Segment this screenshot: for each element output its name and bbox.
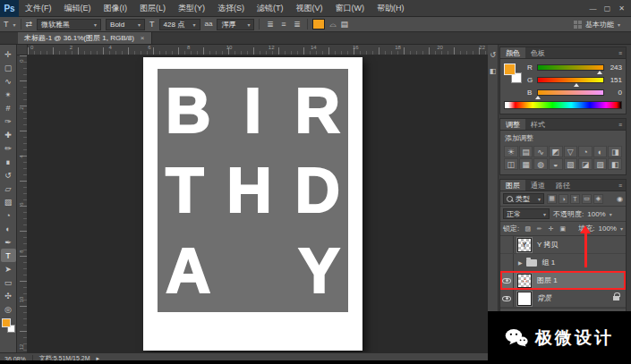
panel-tab[interactable]: 颜色 [500,47,525,58]
visibility-toggle[interactable] [500,236,514,253]
channel-mixer-icon[interactable]: ▦ [519,158,533,170]
menu-item[interactable]: 窗口(W) [329,0,371,16]
layer-row-layer-1[interactable]: ∴ 图层 1 [500,272,626,290]
photo-filter-icon[interactable]: ◫ [504,158,518,170]
align-right-icon[interactable]: ≣ [291,19,303,30]
color-balance-icon[interactable]: ◐ [593,146,608,157]
layer-row-y-copy[interactable]: Y Y 拷贝 [500,236,626,254]
hue-saturation-icon[interactable]: ◔ [578,146,593,157]
align-center-icon[interactable]: ≡ [277,19,289,30]
tool-preset-icon[interactable]: T [4,21,9,29]
quick-selection-tool[interactable]: ✴ [1,88,16,101]
move-tool[interactable]: ✛ [1,47,16,61]
panel-menu-icon[interactable]: ≡ [615,119,626,130]
layer-row-group-1[interactable]: ▶ 组 1 [500,254,626,272]
channel-value[interactable]: 151 [608,76,622,84]
slider-thumb[interactable] [574,83,579,87]
levels-icon[interactable]: ▤ [519,146,533,157]
invert-icon[interactable]: ◒ [549,158,563,170]
font-size-select[interactable]: 428 点 ▾ [159,19,200,30]
dodge-tool[interactable]: ◐ [1,222,16,235]
panel-tab[interactable]: 路径 [550,180,576,190]
warp-text-icon[interactable]: ⌓ [329,21,336,29]
anti-alias-select[interactable]: 浑厚 ▾ [217,19,254,30]
channel-value[interactable]: 243 [608,63,622,72]
panel-menu-icon[interactable]: ≡ [615,47,626,58]
menu-item[interactable]: 选择(S) [211,0,251,16]
filter-toggle-icon[interactable]: ◉ [617,195,623,203]
visibility-toggle[interactable] [500,290,514,307]
workspace-switcher[interactable]: 基本功能 ▾ [567,19,627,30]
slider-thumb[interactable] [597,71,602,74]
menu-item[interactable]: 图层(L) [133,0,172,16]
lasso-tool[interactable]: ∿ [1,74,16,88]
layer-thumbnail[interactable]: ∴ [517,274,532,288]
fill-value[interactable]: 100% [599,224,617,233]
blur-tool[interactable]: ◔ [1,208,16,222]
zoom-tool[interactable]: ◎ [1,302,16,316]
blend-mode-select[interactable]: 正常 ▾ [503,208,550,219]
layer-row-background[interactable]: 背景 [500,290,626,308]
filter-adjustment-icon[interactable]: ◑ [559,194,568,204]
gradient-map-icon[interactable]: ▨ [593,158,608,170]
panel-tab[interactable]: 图层 [500,180,525,190]
menu-item[interactable]: 滤镜(T) [251,0,290,16]
lock-position-icon[interactable]: ✛ [546,224,556,233]
eraser-tool[interactable]: ▱ [1,182,16,195]
menu-item[interactable]: 帮助(H) [371,0,411,16]
eyedropper-tool[interactable]: ✑ [1,114,16,128]
posterize-icon[interactable]: ▧ [564,158,578,170]
channel-value[interactable]: 0 [608,89,622,97]
menu-item[interactable]: 文件(F) [19,0,58,16]
hand-tool[interactable]: ✣ [1,289,16,302]
shape-tool[interactable]: ▭ [1,275,16,289]
filter-type-icon[interactable]: T [570,194,580,204]
filter-shape-icon[interactable]: ▭ [582,194,592,204]
slider-thumb[interactable] [535,96,541,99]
red-channel-slider[interactable] [537,64,604,71]
visibility-toggle[interactable] [500,254,514,271]
type-tool[interactable]: T [1,249,16,262]
window-control-button[interactable]: ✕ [615,2,628,15]
menu-item[interactable]: 编辑(E) [58,0,98,16]
curves-icon[interactable]: ∿ [533,146,548,157]
green-channel-slider[interactable] [537,77,604,83]
path-selection-tool[interactable]: ➤ [1,262,16,275]
panel-tab[interactable]: 调整 [500,119,525,130]
brightness-contrast-icon[interactable]: ☀ [504,146,518,157]
color-spectrum-bar[interactable] [504,101,622,109]
vibrance-icon[interactable]: ▽ [564,146,578,157]
foreground-color-swatch[interactable] [504,63,516,75]
exposure-icon[interactable]: ◩ [549,146,563,157]
color-lookup-icon[interactable]: ◍ [533,158,548,170]
font-style-select[interactable]: Bold ▾ [106,19,145,30]
foreground-color-swatch[interactable] [2,318,11,327]
panel-tab[interactable]: 样式 [525,119,550,130]
panel-menu-icon[interactable]: ≡ [615,180,626,190]
black-white-icon[interactable]: ◨ [608,146,622,157]
align-left-icon[interactable]: ≣ [264,19,276,30]
close-tab-icon[interactable]: × [141,34,145,42]
brush-tool[interactable]: ✏ [1,141,16,155]
menu-item[interactable]: 图像(I) [98,0,134,16]
selective-color-icon[interactable]: ◧ [608,158,622,170]
menu-item[interactable]: 视图(V) [290,0,329,16]
healing-brush-tool[interactable]: ✚ [1,128,16,141]
panel-tab[interactable]: 色板 [525,47,550,58]
lock-transparency-icon[interactable]: ▨ [523,224,533,233]
font-family-select[interactable]: 微软雅黑 ▾ [37,19,101,30]
crop-tool[interactable]: # [1,101,16,114]
pen-tool[interactable]: ✒ [1,235,16,249]
text-orientation-icon[interactable]: ⇄ [26,21,33,29]
marquee-tool[interactable]: ▢ [1,61,16,74]
layer-thumbnail[interactable]: Y [517,238,532,252]
filter-smart-icon[interactable]: ◈ [593,194,603,204]
history-brush-tool[interactable]: ↺ [1,168,16,182]
panel-tab[interactable]: 通道 [525,180,550,190]
layer-thumbnail[interactable] [517,292,532,306]
text-color-swatch[interactable] [312,19,325,30]
document-tab[interactable]: 未标题-1 @ 36.1%(图层 1, RGB/8) × [18,32,152,44]
filter-pixel-icon[interactable]: ▦ [547,194,557,204]
layer-filter-select[interactable]: 类型 ▾ [503,193,544,204]
threshold-icon[interactable]: ◪ [578,158,593,170]
